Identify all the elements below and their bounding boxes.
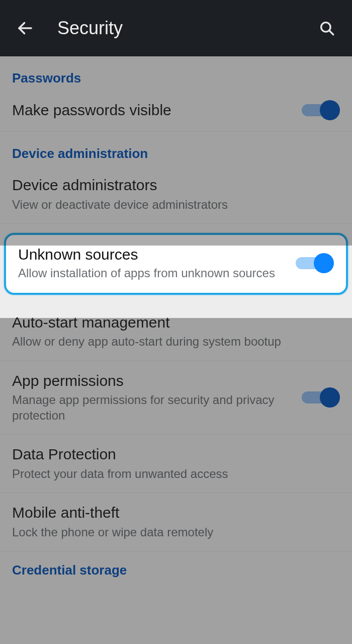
page-title: Security [57, 18, 316, 39]
row-subtitle: Allow or deny app auto-start during syst… [12, 334, 332, 349]
section-header-credential-storage: Credential storage [0, 551, 352, 582]
row-title: Unknown sources [18, 246, 288, 263]
row-subtitle: Protect your data from unwanted access [12, 466, 332, 481]
row-device-administrators[interactable]: Device administrators View or deactivate… [0, 166, 352, 224]
row-title: Device administrators [12, 176, 332, 195]
toggle-unknown-sources[interactable] [296, 253, 334, 273]
search-icon[interactable] [316, 17, 338, 39]
section-header-passwords: Passwords [0, 56, 352, 90]
row-title: App permissions [12, 371, 294, 390]
row-subtitle: Allow installation of apps from unknown … [18, 265, 288, 281]
toggle-app-permissions[interactable] [302, 387, 340, 408]
row-title: Mobile anti-theft [12, 503, 332, 522]
row-mobile-anti-theft[interactable]: Mobile anti-theft Lock the phone or wipe… [0, 493, 352, 551]
section-header-device-administration: Device administration [0, 132, 352, 166]
row-unknown-sources[interactable]: Unknown sources Allow installation of ap… [4, 233, 348, 295]
row-subtitle: View or deactivate device administrators [12, 197, 332, 212]
row-data-protection[interactable]: Data Protection Protect your data from u… [0, 435, 352, 493]
row-auto-start-management[interactable]: Auto-start management Allow or deny app … [0, 303, 352, 361]
row-make-passwords-visible[interactable]: Make passwords visible [0, 90, 352, 132]
row-title: Make passwords visible [12, 101, 294, 120]
app-bar: Security [0, 0, 352, 56]
svg-line-2 [329, 31, 333, 35]
back-icon[interactable] [14, 17, 36, 39]
row-app-permissions[interactable]: App permissions Manage app permissions f… [0, 361, 352, 435]
toggle-make-passwords-visible[interactable] [302, 100, 340, 120]
row-title: Data Protection [12, 445, 332, 464]
row-subtitle: Lock the phone or wipe data remotely [12, 524, 332, 540]
row-subtitle: Manage app permissions for security and … [12, 392, 294, 423]
settings-content: Passwords Make passwords visible Device … [0, 56, 352, 582]
row-title: Auto-start management [12, 313, 332, 332]
